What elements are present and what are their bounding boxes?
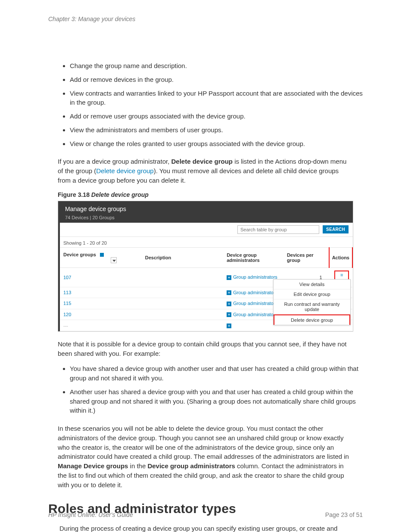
bold-text: Device group administrators — [147, 462, 235, 470]
bold-text: Manage Device groups — [58, 462, 128, 470]
search-row: SEARCH — [58, 223, 353, 237]
col-actions: Actions — [329, 247, 352, 268]
roles-paragraph: During the process of creating a device … — [59, 524, 353, 532]
group-id-link[interactable]: 120 — [63, 312, 71, 317]
plus-icon[interactable]: + — [227, 290, 231, 295]
footer-page-number: Page 23 of 51 — [325, 511, 363, 518]
actions-dropdown: View details Edit device group Run contr… — [273, 279, 351, 325]
bold-text: Delete device group — [171, 158, 233, 165]
header-label: Device groups — [63, 252, 96, 257]
menu-edit-device-group[interactable]: Edit device group — [274, 289, 350, 299]
plus-icon[interactable]: + — [227, 302, 231, 306]
list-item: Another user has shared a device group w… — [70, 387, 363, 415]
sort-icon — [100, 253, 104, 257]
group-id-link[interactable]: 113 — [63, 290, 71, 295]
menu-run-contract-warranty[interactable]: Run contract and warranty update — [274, 299, 350, 314]
list-item: You have shared a device group with anot… — [70, 364, 363, 383]
device-groups-table: Device groups Description Device group a… — [58, 247, 353, 331]
text: If you are a device group administrator, — [58, 158, 171, 165]
col-devices-per-group[interactable]: Devices per group — [282, 247, 329, 268]
figure-label: Figure 3.18 — [58, 191, 91, 198]
figure-title: Delete device group — [91, 191, 149, 198]
plus-icon[interactable]: + — [227, 275, 231, 280]
list-item: View or change the roles granted to user… — [70, 139, 363, 149]
list-item: View the administrators and members of u… — [70, 125, 363, 135]
group-admins-link[interactable]: Group administrators — [233, 301, 277, 306]
plus-icon: + — [227, 324, 231, 328]
group-admins-link[interactable]: Group administrators — [233, 312, 277, 317]
list-item: Add or remove devices in the group. — [70, 75, 363, 84]
table-row: 107 +Group administrators 1 ≡ View detai… — [58, 268, 352, 287]
figure-caption: Figure 3.18 Delete device group — [58, 191, 353, 198]
menu-view-details[interactable]: View details — [274, 280, 350, 289]
screenshot-title: Manage device groups — [65, 205, 346, 212]
col-device-groups[interactable]: Device groups — [58, 247, 140, 268]
chevron-down-icon[interactable] — [111, 257, 117, 263]
plus-icon[interactable]: + — [227, 312, 231, 317]
screenshot-subtitle: 74 Devices | 20 Groups — [65, 215, 346, 220]
menu-delete-device-group[interactable]: Delete device group — [274, 314, 350, 325]
search-input[interactable] — [237, 225, 319, 234]
search-button[interactable]: SEARCH — [323, 225, 349, 233]
text: In these scenarios you will not be able … — [58, 425, 349, 460]
list-item: Change the group name and description. — [70, 61, 363, 71]
group-admins-link[interactable]: Group administrators — [233, 290, 277, 295]
delete-device-group-link[interactable]: Delete device group — [96, 167, 153, 174]
footer-guide-title: HP Insight Online: User's Guide — [48, 511, 133, 518]
capabilities-list: Change the group name and description. A… — [48, 61, 363, 148]
accent-bar — [58, 201, 60, 331]
showing-count: Showing 1 - 20 of 20 — [58, 237, 353, 247]
list-item: View contracts and warranties linked to … — [70, 89, 363, 108]
hamburger-icon: ≡ — [340, 272, 342, 277]
col-description[interactable]: Description — [140, 247, 221, 268]
group-id-link[interactable]: 115 — [63, 301, 71, 306]
col-admins[interactable]: Device group administrators — [221, 247, 282, 268]
admin-paragraph: If you are a device group administrator,… — [58, 157, 353, 185]
text: in the — [128, 462, 147, 470]
scenarios-paragraph: In these scenarios you will not be able … — [58, 424, 353, 489]
group-admins-link[interactable]: Group administrators — [233, 274, 277, 280]
page-footer: HP Insight Online: User's Guide Page 23 … — [48, 511, 363, 518]
note-paragraph: Note that it is possible for a device gr… — [58, 339, 353, 358]
figure-screenshot: Manage device groups 74 Devices | 20 Gro… — [58, 201, 353, 332]
list-item: Add or remove user groups associated wit… — [70, 112, 363, 121]
screenshot-titlebar: Manage device groups 74 Devices | 20 Gro… — [58, 201, 353, 223]
group-id-link[interactable]: 107 — [63, 275, 71, 280]
chapter-header: Chapter 3: Manage your devices — [48, 16, 363, 22]
examples-list: You have shared a device group with anot… — [48, 364, 363, 415]
